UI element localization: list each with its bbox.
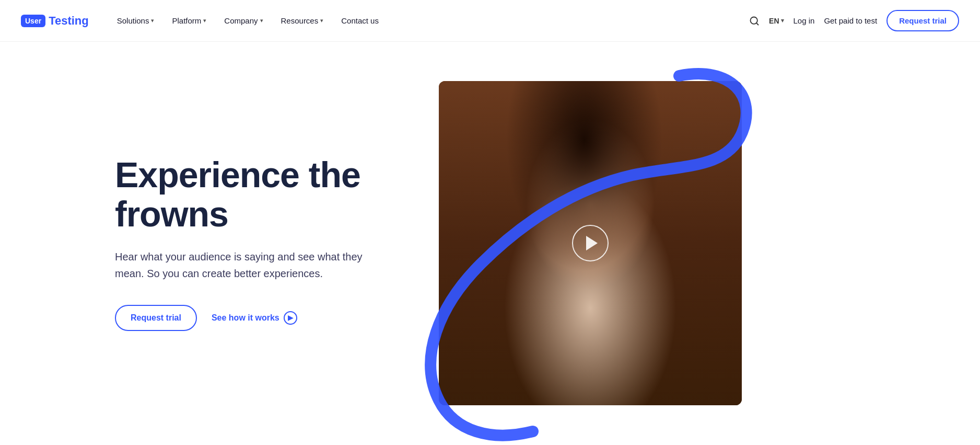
hero-heading: Experience the frowns — [115, 155, 387, 234]
lang-label: EN — [769, 17, 779, 25]
navbar: User Testing Solutions ▾ Platform ▾ Comp… — [0, 0, 980, 42]
svg-line-1 — [756, 22, 759, 25]
hero-left: Experience the frowns Hear what your aud… — [115, 155, 418, 331]
resources-label: Resources — [281, 16, 319, 25]
nav-solutions[interactable]: Solutions ▾ — [110, 12, 162, 29]
platform-chevron-icon: ▾ — [203, 17, 206, 24]
logo[interactable]: User Testing — [21, 14, 89, 28]
company-label: Company — [224, 16, 258, 25]
solutions-chevron-icon: ▾ — [151, 17, 154, 24]
hero-video[interactable] — [439, 81, 742, 405]
see-how-link[interactable]: See how it works ▶ — [212, 311, 297, 325]
nav-links: Solutions ▾ Platform ▾ Company ▾ Resourc… — [110, 12, 749, 29]
nav-contact[interactable]: Contact us — [334, 12, 386, 29]
request-trial-nav-button[interactable]: Request trial — [886, 10, 959, 31]
hero-subtext: Hear what your audience is saying and se… — [115, 248, 376, 282]
contact-label: Contact us — [341, 16, 379, 25]
hero-buttons: Request trial See how it works ▶ — [115, 305, 387, 331]
nav-platform[interactable]: Platform ▾ — [165, 12, 214, 29]
play-icon — [586, 236, 598, 250]
logo-badge: User — [21, 15, 45, 27]
nav-company[interactable]: Company ▾ — [217, 12, 270, 29]
language-selector[interactable]: EN ▾ — [769, 17, 784, 25]
solutions-label: Solutions — [117, 16, 149, 25]
platform-label: Platform — [172, 16, 201, 25]
lang-chevron-icon: ▾ — [781, 17, 784, 24]
circle-arrow-icon: ▶ — [284, 311, 297, 325]
search-icon[interactable] — [749, 16, 760, 26]
logo-testing-text: Testing — [49, 14, 89, 28]
login-link[interactable]: Log in — [794, 16, 815, 25]
resources-chevron-icon: ▾ — [320, 17, 323, 24]
hero-section: Experience the frowns Hear what your aud… — [0, 42, 980, 444]
get-paid-link[interactable]: Get paid to test — [824, 16, 877, 25]
hero-right — [418, 81, 763, 405]
nav-right: EN ▾ Log in Get paid to test Request tri… — [749, 10, 959, 31]
company-chevron-icon: ▾ — [260, 17, 263, 24]
nav-resources[interactable]: Resources ▾ — [274, 12, 331, 29]
play-button[interactable] — [572, 225, 609, 261]
request-trial-hero-button[interactable]: Request trial — [115, 305, 197, 331]
logo-user-text: User — [25, 17, 41, 25]
